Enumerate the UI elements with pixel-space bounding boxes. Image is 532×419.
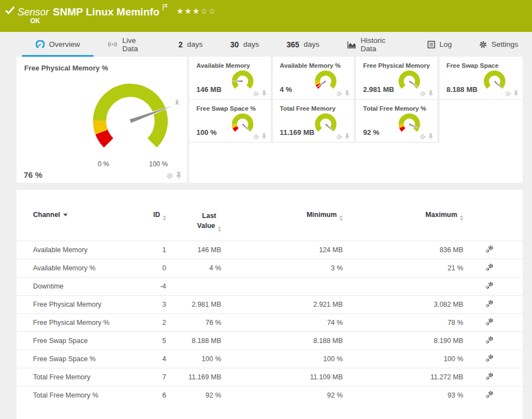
table-row[interactable]: Total Free Memory 7 11.169 MB 11.109 MB … (17, 368, 523, 387)
historic-data-icon (347, 41, 357, 48)
channel-min: 100 % (221, 350, 343, 368)
channel-max: 21 % (343, 259, 463, 277)
channel-name: Free Physical Memory (17, 296, 140, 314)
gear-icon[interactable] (505, 91, 511, 97)
table-row[interactable]: Free Swap Space % 4 100 % 100 % 100 % (17, 350, 523, 368)
channel-name: Downtime (17, 277, 140, 296)
channel-id: 6 (140, 387, 166, 405)
pin-icon[interactable] (345, 133, 349, 140)
channel-last (166, 277, 221, 296)
table-row[interactable]: Available Memory 1 146 MB 124 MB 836 MB (17, 241, 523, 259)
channel-max (343, 277, 463, 296)
table-row[interactable]: Free Swap Space 5 8.188 MB 8.188 MB 8.19… (17, 332, 523, 350)
sensor-header: SensorSNMP Linux Meminfo ★★★☆☆ OK (0, 0, 532, 32)
tab-30-days[interactable]: 30days (217, 32, 273, 57)
channel-id: 1 (140, 241, 166, 259)
gauge-value: 2.981 MB (363, 85, 394, 94)
channel-min: 92 % (221, 387, 343, 405)
overview-panel: Free Physical Memory % x̄ 0 % 100 % 76 %… (17, 57, 523, 183)
channel-last: 11.169 MB (166, 368, 221, 387)
gauge-scale-max: 100 % (146, 160, 171, 168)
gear-icon[interactable] (253, 134, 259, 140)
channel-min (221, 277, 343, 296)
channel-name: Total Free Memory (17, 368, 140, 387)
gauge-icon (36, 40, 45, 49)
channel-table-panel: Channel ID LastValue Minimum Maximum Ava… (17, 190, 523, 419)
table-row[interactable]: Total Free Memory % 6 92 % 92 % 93 % (17, 387, 523, 405)
live-data-icon (107, 40, 118, 48)
pin-icon[interactable] (262, 90, 266, 97)
table-row[interactable]: Available Memory % 0 4 % 3 % 21 % (17, 259, 523, 277)
column-header-channel[interactable]: Channel (17, 208, 140, 241)
gear-icon[interactable] (253, 91, 259, 97)
pin-icon[interactable] (345, 90, 349, 97)
sort-desc-icon (63, 214, 68, 216)
gauge-tile: Free Swap Space % 100 % (189, 100, 273, 143)
gear-icon[interactable] (166, 172, 173, 179)
column-header-minimum[interactable]: Minimum (221, 208, 343, 241)
sensor-kind-label: Sensor (18, 7, 49, 18)
gauge-value: 146 MB (196, 85, 222, 94)
channel-settings-icon[interactable] (485, 263, 494, 272)
tab-live-data[interactable]: Live Data (94, 32, 164, 57)
channel-min: 124 MB (221, 241, 343, 259)
channel-settings-icon[interactable] (485, 390, 494, 399)
priority-stars[interactable]: ★★★☆☆ (177, 7, 217, 15)
sort-icon (163, 215, 166, 221)
pin-icon[interactable] (429, 90, 433, 97)
channel-id: 3 (140, 296, 166, 314)
channel-settings-icon[interactable] (485, 245, 494, 254)
channel-last: 92 % (166, 387, 221, 405)
gear-icon (479, 41, 487, 48)
tab-historic-data[interactable]: Historic Data (333, 32, 414, 57)
table-row[interactable]: Free Physical Memory % 2 76 % 74 % 78 % (17, 314, 523, 332)
gauge-scale-min: 0 % (91, 160, 116, 168)
tab-365-days[interactable]: 365days (273, 32, 333, 57)
tab-overview[interactable]: Overview (22, 32, 94, 57)
pin-icon[interactable] (176, 172, 182, 179)
channel-settings-icon[interactable] (485, 372, 494, 381)
priority-flag-icon[interactable] (162, 4, 168, 11)
column-header-id[interactable]: ID (140, 208, 166, 241)
channel-settings-icon[interactable] (485, 300, 494, 308)
tab-settings[interactable]: Settings (465, 32, 532, 57)
gear-icon[interactable] (336, 91, 342, 97)
tab-log[interactable]: Log (414, 32, 466, 57)
channel-max: 836 MB (343, 241, 463, 259)
gauge-value: 4 % (280, 85, 292, 94)
main-gauge-tile: Free Physical Memory % x̄ 0 % 100 % 76 % (17, 57, 187, 183)
gear-icon[interactable] (336, 134, 342, 140)
channel-min: 8.188 MB (221, 332, 343, 350)
column-header-last-value[interactable]: LastValue (166, 208, 221, 241)
channel-settings-icon[interactable] (485, 354, 494, 363)
channel-max: 100 % (343, 350, 463, 368)
channel-table: Channel ID LastValue Minimum Maximum Ava… (17, 208, 523, 405)
column-header-maximum[interactable]: Maximum (343, 208, 463, 241)
channel-name: Free Physical Memory % (17, 314, 140, 332)
gauge-value: 11.169 MB (280, 128, 315, 137)
gauge-value: 92 % (363, 128, 380, 137)
tab-2-days[interactable]: 2days (164, 32, 216, 57)
sort-icon (339, 215, 343, 221)
channel-settings-icon[interactable] (485, 336, 494, 345)
channel-name: Total Free Memory % (17, 387, 140, 405)
gear-icon[interactable] (420, 91, 426, 97)
channel-last: 146 MB (166, 241, 221, 259)
channel-max: 8.190 MB (343, 332, 463, 350)
pin-icon[interactable] (429, 133, 433, 140)
table-row[interactable]: Downtime -4 (17, 277, 523, 296)
gauge-value: 8.188 MB (447, 85, 478, 94)
table-row[interactable]: Free Physical Memory 3 2.981 MB 2.921 MB… (17, 296, 523, 314)
channel-settings-icon[interactable] (485, 318, 494, 327)
channel-last: 76 % (166, 314, 221, 332)
channel-min: 2.921 MB (221, 296, 343, 314)
channel-settings-icon[interactable] (485, 281, 494, 290)
channel-max: 78 % (343, 314, 463, 332)
pin-icon[interactable] (262, 133, 266, 140)
channel-id: -4 (140, 277, 166, 296)
status-badge: OK (30, 17, 40, 25)
gear-icon[interactable] (420, 134, 426, 140)
channel-max: 11.272 MB (343, 368, 463, 387)
svg-text:x̄: x̄ (175, 99, 179, 106)
pin-icon[interactable] (514, 90, 518, 97)
